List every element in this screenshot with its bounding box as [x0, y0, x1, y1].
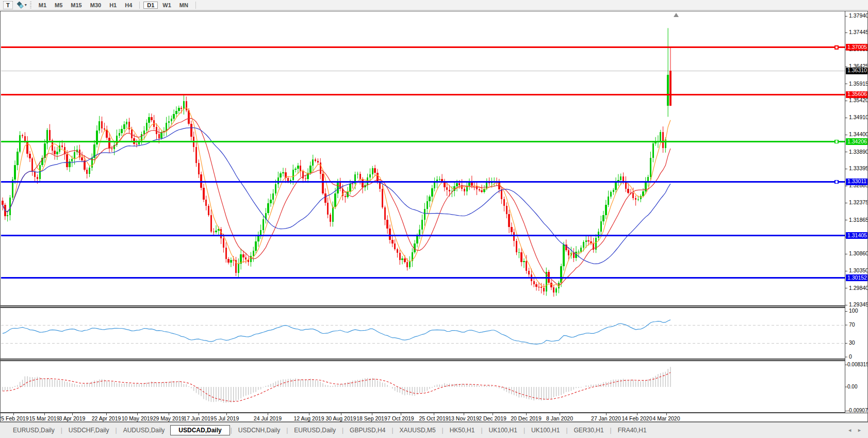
- timeframe-button-h4[interactable]: H4: [121, 2, 136, 9]
- line-drag-handle[interactable]: [835, 140, 838, 143]
- candle-body: [160, 132, 162, 138]
- tab-scroll-left-icon[interactable]: ◄: [847, 428, 852, 433]
- date-tick-label: 20 Dec 2019: [511, 415, 542, 421]
- candle-body: [270, 200, 271, 203]
- chart-tab-fra40-h1[interactable]: FRA40,H1: [612, 425, 652, 435]
- timeframe-button-h1[interactable]: H1: [106, 2, 120, 9]
- candle-body: [386, 220, 388, 229]
- candle-body: [404, 258, 405, 262]
- price-tick-label: 1.30350: [849, 267, 868, 273]
- price-tick-label: 1.32375: [849, 199, 868, 205]
- candle-body: [327, 203, 329, 215]
- candle-body: [294, 169, 296, 170]
- price-tick-label: 1.35915: [849, 80, 868, 87]
- candle-body: [74, 152, 75, 159]
- price-line-label: 1.31405: [847, 232, 867, 238]
- chart-tab-eurusd-daily[interactable]: EURUSD,Daily: [288, 425, 341, 435]
- text-tool-button[interactable]: T: [3, 1, 13, 9]
- candle-body: [203, 188, 204, 200]
- candle-body: [352, 184, 353, 184]
- rsi-tick-label: 0: [849, 353, 852, 360]
- candle-body: [553, 287, 554, 293]
- candle-body: [389, 229, 390, 239]
- candle-body: [401, 258, 403, 260]
- line-drag-handle[interactable]: [835, 180, 838, 183]
- timeframe-button-m5[interactable]: M5: [51, 2, 66, 9]
- candle-body: [491, 183, 493, 183]
- candle-body: [230, 260, 232, 263]
- candle-body: [518, 252, 520, 253]
- chart-tab-usdcad-daily[interactable]: USDCAD,Daily: [170, 425, 230, 435]
- price-tick-label: 1.34400: [849, 131, 868, 137]
- toolbar-separator: [139, 2, 140, 9]
- candle-body: [22, 135, 23, 136]
- candle-body: [297, 166, 299, 169]
- candle-body: [543, 288, 545, 291]
- chart-tab-usdcnh-daily[interactable]: USDCNH,Daily: [233, 425, 286, 435]
- candle-body: [424, 209, 425, 220]
- candle-body: [513, 232, 515, 241]
- timeframe-button-m1[interactable]: M1: [35, 2, 50, 9]
- candle-body: [620, 176, 621, 180]
- chart-tab-eurusd-daily[interactable]: EURUSD,Daily: [7, 425, 60, 435]
- candle-body: [349, 184, 351, 192]
- candle-body: [320, 163, 321, 174]
- candle-body: [600, 221, 602, 232]
- candle-body: [19, 135, 21, 152]
- candle-body: [357, 174, 358, 174]
- timeframe-button-d1[interactable]: D1: [143, 2, 158, 9]
- chart-tab-hk50-h1[interactable]: HK50,H1: [444, 425, 481, 435]
- chart-tab-usdchf-daily[interactable]: USDCHF,Daily: [63, 425, 115, 435]
- candle-body: [345, 196, 346, 197]
- tab-scroll-arrows: ◄ ►: [847, 428, 862, 433]
- chart-tab-audusd-daily[interactable]: AUDUSD,Daily: [118, 425, 171, 435]
- candle-body: [632, 193, 634, 198]
- candle-body: [431, 188, 433, 196]
- date-tick-label: 4 Mar 2020: [652, 415, 680, 421]
- chart-tab-ger30-h1[interactable]: GER30,H1: [568, 425, 610, 435]
- chart-tab-uk100-h1[interactable]: UK100,H1: [526, 425, 565, 435]
- macd-tick-label: 0.00: [847, 384, 858, 390]
- chart-canvas[interactable]: 1.379401.374451.369351.364251.359151.354…: [0, 11, 868, 422]
- line-drag-handle[interactable]: [835, 46, 838, 49]
- candle-body: [280, 173, 281, 177]
- timeframe-button-m30[interactable]: M30: [87, 2, 105, 9]
- candle-body: [104, 128, 105, 129]
- macd-tick-label: -0.009071: [847, 408, 868, 413]
- timeframe-button-w1[interactable]: W1: [159, 2, 175, 9]
- tab-separator: |: [481, 427, 482, 434]
- chart-tab-gbpusd-h4[interactable]: GBPUSD,H4: [344, 425, 391, 435]
- candle-body: [56, 152, 58, 154]
- timeframe-button-mn[interactable]: MN: [176, 2, 192, 9]
- candle-body: [307, 173, 308, 179]
- price-tick-label: 1.35420: [849, 97, 868, 103]
- candle-body: [533, 281, 535, 284]
- candle-body: [61, 145, 63, 147]
- candle-body: [175, 111, 177, 115]
- candle-body: [7, 215, 8, 216]
- candle-body: [233, 260, 234, 261]
- cycle-symbols-button[interactable]: ▾: [15, 2, 27, 9]
- candle-body: [555, 288, 557, 292]
- candle-body: [446, 187, 448, 190]
- price-line-label: 1.30152: [847, 274, 867, 281]
- chart-tabs: EURUSD,Daily|USDCHF,Daily|AUDUSD,DailyUS…: [7, 425, 652, 435]
- date-tick-label: 14 Feb 2020: [622, 415, 652, 421]
- date-tick-label: 30 Aug 2019: [326, 415, 356, 421]
- chart-tab-xauusd-m5[interactable]: XAUUSD,M5: [394, 425, 441, 435]
- candle-body: [528, 271, 530, 274]
- chart-tab-uk100-h1[interactable]: UK100,H1: [483, 425, 523, 435]
- candle-body: [89, 168, 90, 174]
- date-tick-label: 13 Nov 2019: [448, 415, 479, 421]
- tab-separator: |: [566, 427, 567, 434]
- candle-body: [151, 117, 152, 120]
- tab-separator: |: [610, 427, 612, 434]
- candle-body: [332, 207, 334, 222]
- candle-body: [406, 262, 408, 267]
- tab-scroll-right-icon[interactable]: ►: [857, 428, 862, 433]
- candle-body: [275, 184, 276, 193]
- date-tick-label: 10 May 2019: [122, 415, 153, 421]
- price-tick-label: 1.37445: [849, 29, 868, 35]
- candle-body: [292, 170, 294, 180]
- timeframe-button-m15[interactable]: M15: [67, 2, 85, 9]
